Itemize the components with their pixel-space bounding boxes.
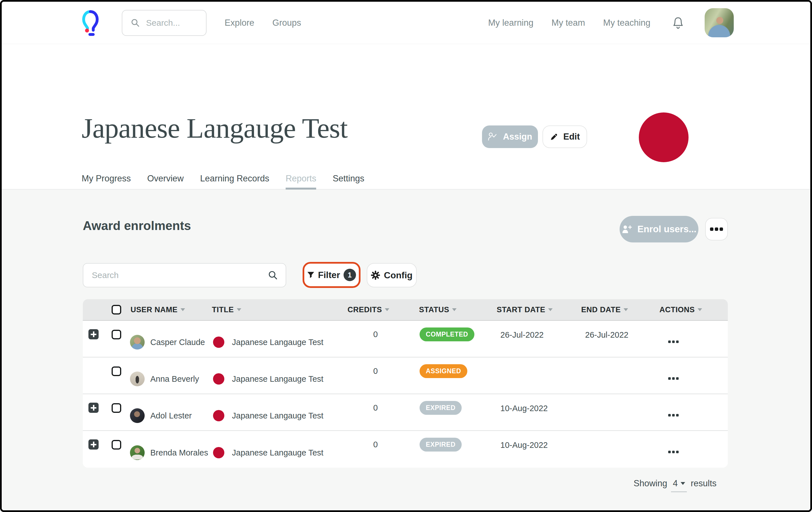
award-thumbnail bbox=[213, 337, 224, 348]
content-area: Award enrolments Enrol users... bbox=[2, 190, 810, 510]
sort-caret-icon bbox=[698, 308, 702, 311]
nav-groups[interactable]: Groups bbox=[272, 18, 301, 28]
results-label: results bbox=[691, 478, 717, 488]
config-label: Config bbox=[384, 270, 412, 281]
section-more-button[interactable] bbox=[705, 218, 728, 240]
tab-my-progress[interactable]: My Progress bbox=[82, 170, 131, 189]
table-row: Adol Lester Japanese Langauge Test 0 EXP… bbox=[83, 394, 728, 431]
enrolments-table: USER NAME TITLE CREDITS STATUS START DAT… bbox=[83, 299, 728, 467]
tab-settings[interactable]: Settings bbox=[332, 170, 364, 189]
sort-caret-icon bbox=[385, 308, 389, 311]
table-search-input[interactable] bbox=[92, 271, 268, 280]
enrol-users-button[interactable]: Enrol users... bbox=[619, 216, 698, 243]
global-search-input[interactable] bbox=[146, 18, 191, 28]
results-summary: Showing 4 results bbox=[634, 478, 717, 492]
page-title: Japanese Langauge Test bbox=[82, 112, 348, 144]
award-title[interactable]: Japanese Langauge Test bbox=[232, 374, 323, 384]
nav-explore[interactable]: Explore bbox=[225, 18, 254, 28]
sort-caret-icon bbox=[237, 308, 241, 311]
hero: Japanese Langauge Test Assign Edit bbox=[2, 44, 810, 170]
award-title[interactable]: Japanese Langauge Test bbox=[232, 448, 323, 457]
row-actions-button[interactable] bbox=[668, 377, 679, 380]
person-plus-icon bbox=[621, 225, 632, 234]
nav-my-learning[interactable]: My learning bbox=[488, 18, 533, 28]
award-image-flag-circle bbox=[639, 112, 689, 162]
global-search[interactable] bbox=[122, 10, 206, 36]
results-count: 4 bbox=[673, 478, 677, 488]
row-actions-button[interactable] bbox=[668, 451, 679, 453]
column-header-status[interactable]: STATUS bbox=[403, 306, 479, 314]
person-check-icon bbox=[488, 132, 498, 141]
table-header-row: USER NAME TITLE CREDITS STATUS START DAT… bbox=[83, 299, 728, 321]
user-name[interactable]: Casper Claude bbox=[150, 338, 205, 347]
credits-value: 0 bbox=[373, 440, 378, 449]
tab-learning-records[interactable]: Learning Records bbox=[200, 170, 269, 189]
nav-my-teaching[interactable]: My teaching bbox=[603, 18, 650, 28]
user-avatar bbox=[130, 372, 145, 386]
status-badge: EXPIRED bbox=[419, 401, 462, 415]
bell-icon[interactable] bbox=[672, 16, 684, 30]
award-thumbnail bbox=[213, 410, 224, 421]
row-checkbox[interactable] bbox=[112, 440, 121, 450]
expand-row-button[interactable] bbox=[88, 439, 98, 450]
user-name[interactable]: Adol Lester bbox=[150, 411, 192, 421]
table-search[interactable] bbox=[83, 263, 286, 287]
credits-value: 0 bbox=[373, 403, 378, 413]
column-header-title[interactable]: TITLE bbox=[208, 306, 332, 314]
user-avatar bbox=[130, 335, 145, 349]
tab-overview[interactable]: Overview bbox=[147, 170, 184, 189]
row-actions-button[interactable] bbox=[668, 414, 679, 417]
row-checkbox[interactable] bbox=[112, 403, 121, 413]
search-icon bbox=[131, 18, 140, 27]
column-header-actions[interactable]: ACTIONS bbox=[640, 306, 728, 314]
row-checkbox[interactable] bbox=[112, 330, 121, 339]
user-name[interactable]: Brenda Morales bbox=[150, 448, 208, 457]
table-row: Brenda Morales Japanese Langauge Test 0 … bbox=[83, 431, 728, 467]
sort-caret-icon bbox=[548, 308, 553, 311]
user-avatar bbox=[130, 445, 145, 460]
caret-down-icon bbox=[680, 482, 685, 485]
results-count-dropdown[interactable]: 4 bbox=[671, 478, 687, 492]
section-heading: Award enrolments bbox=[83, 219, 191, 233]
credits-value: 0 bbox=[373, 367, 378, 376]
enrol-users-label: Enrol users... bbox=[637, 224, 696, 234]
showing-label: Showing bbox=[634, 478, 667, 488]
tab-reports[interactable]: Reports bbox=[286, 170, 316, 189]
user-avatar bbox=[130, 408, 145, 423]
sort-caret-icon bbox=[624, 308, 628, 311]
tab-bar: My Progress Overview Learning Records Re… bbox=[2, 170, 810, 190]
search-icon bbox=[268, 271, 278, 280]
start-date: 26-Jul-2022 bbox=[500, 330, 544, 340]
status-badge: COMPLETED bbox=[419, 328, 474, 341]
edit-label: Edit bbox=[563, 132, 580, 142]
row-actions-button[interactable] bbox=[668, 340, 679, 343]
column-header-start-date[interactable]: START DATE bbox=[479, 306, 564, 314]
user-avatar[interactable] bbox=[705, 8, 734, 37]
column-header-credits[interactable]: CREDITS bbox=[332, 306, 403, 314]
credits-value: 0 bbox=[373, 330, 378, 339]
award-title[interactable]: Japanese Langauge Test bbox=[232, 411, 323, 421]
nav-my-team[interactable]: My team bbox=[551, 18, 585, 28]
start-date: 10-Aug-2022 bbox=[500, 404, 548, 413]
config-button[interactable]: Config bbox=[367, 263, 417, 287]
row-checkbox[interactable] bbox=[112, 367, 121, 376]
pencil-icon bbox=[550, 133, 558, 141]
filter-button[interactable]: Filter 1 bbox=[302, 262, 360, 288]
assign-label: Assign bbox=[503, 132, 532, 142]
expand-row-button[interactable] bbox=[88, 403, 98, 413]
award-title[interactable]: Japanese Langauge Test bbox=[232, 338, 323, 347]
user-name[interactable]: Anna Beverly bbox=[150, 374, 199, 384]
column-header-user-name[interactable]: USER NAME bbox=[123, 306, 208, 314]
start-date: 10-Aug-2022 bbox=[500, 440, 548, 450]
assign-button[interactable]: Assign bbox=[482, 125, 538, 148]
funnel-icon bbox=[307, 272, 315, 278]
edit-button[interactable]: Edit bbox=[543, 125, 587, 148]
award-thumbnail bbox=[213, 447, 224, 458]
lightbulb-logo-icon[interactable] bbox=[82, 9, 99, 36]
filter-label: Filter bbox=[318, 270, 340, 280]
expand-row-button[interactable] bbox=[88, 329, 98, 339]
topbar-right: My learning My team My teaching bbox=[488, 8, 810, 37]
column-header-end-date[interactable]: END DATE bbox=[564, 306, 640, 314]
table-row: Casper Claude Japanese Langauge Test 0 C… bbox=[83, 321, 728, 358]
select-all-checkbox[interactable] bbox=[112, 305, 121, 314]
